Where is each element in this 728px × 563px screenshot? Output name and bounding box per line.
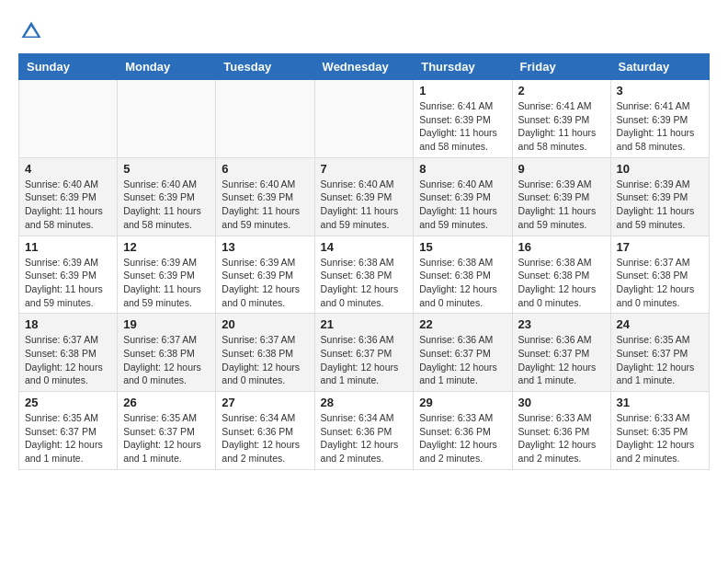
week-row-1: 1Sunrise: 6:41 AMSunset: 6:39 PMDaylight… bbox=[19, 80, 710, 158]
day-number: 9 bbox=[518, 162, 605, 176]
day-number: 30 bbox=[518, 396, 605, 409]
calendar-cell: 8Sunrise: 6:40 AMSunset: 6:39 PMDaylight… bbox=[414, 157, 512, 236]
day-info: Sunrise: 6:34 AMSunset: 6:36 PMDaylight:… bbox=[222, 411, 308, 465]
day-number: 10 bbox=[617, 162, 703, 176]
weekday-header-wednesday: Wednesday bbox=[314, 54, 414, 80]
day-number: 19 bbox=[123, 317, 210, 331]
week-row-5: 25Sunrise: 6:35 AMSunset: 6:37 PMDayligh… bbox=[19, 392, 710, 470]
day-info: Sunrise: 6:36 AMSunset: 6:37 PMDaylight:… bbox=[518, 333, 605, 387]
calendar-cell bbox=[314, 80, 414, 158]
day-number: 4 bbox=[25, 162, 111, 176]
day-number: 21 bbox=[321, 317, 408, 331]
day-info: Sunrise: 6:38 AMSunset: 6:38 PMDaylight:… bbox=[419, 256, 506, 310]
day-info: Sunrise: 6:41 AMSunset: 6:39 PMDaylight:… bbox=[419, 99, 506, 154]
day-number: 5 bbox=[123, 162, 210, 176]
calendar-cell: 24Sunrise: 6:35 AMSunset: 6:37 PMDayligh… bbox=[610, 314, 709, 392]
calendar-cell: 14Sunrise: 6:38 AMSunset: 6:38 PMDayligh… bbox=[314, 236, 414, 314]
day-info: Sunrise: 6:33 AMSunset: 6:36 PMDaylight:… bbox=[518, 411, 605, 465]
calendar-table: SundayMondayTuesdayWednesdayThursdayFrid… bbox=[18, 53, 710, 470]
calendar-cell: 28Sunrise: 6:34 AMSunset: 6:36 PMDayligh… bbox=[314, 392, 414, 470]
day-info: Sunrise: 6:40 AMSunset: 6:39 PMDaylight:… bbox=[222, 178, 308, 232]
calendar-cell: 2Sunrise: 6:41 AMSunset: 6:39 PMDaylight… bbox=[512, 80, 610, 158]
calendar-cell bbox=[216, 80, 314, 158]
calendar-cell: 22Sunrise: 6:36 AMSunset: 6:37 PMDayligh… bbox=[414, 314, 512, 392]
calendar-cell: 3Sunrise: 6:41 AMSunset: 6:39 PMDaylight… bbox=[610, 80, 709, 158]
day-number: 2 bbox=[518, 84, 605, 98]
calendar-cell: 30Sunrise: 6:33 AMSunset: 6:36 PMDayligh… bbox=[512, 392, 610, 470]
day-info: Sunrise: 6:35 AMSunset: 6:37 PMDaylight:… bbox=[123, 411, 210, 465]
calendar-cell: 18Sunrise: 6:37 AMSunset: 6:38 PMDayligh… bbox=[19, 314, 118, 392]
day-info: Sunrise: 6:39 AMSunset: 6:39 PMDaylight:… bbox=[25, 256, 111, 310]
weekday-header-row: SundayMondayTuesdayWednesdayThursdayFrid… bbox=[19, 54, 710, 80]
weekday-header-friday: Friday bbox=[512, 54, 610, 80]
day-number: 29 bbox=[419, 396, 506, 409]
day-info: Sunrise: 6:36 AMSunset: 6:37 PMDaylight:… bbox=[419, 333, 506, 387]
calendar-cell: 4Sunrise: 6:40 AMSunset: 6:39 PMDaylight… bbox=[19, 157, 118, 236]
calendar-cell bbox=[118, 80, 216, 158]
day-number: 31 bbox=[617, 396, 703, 409]
day-info: Sunrise: 6:37 AMSunset: 6:38 PMDaylight:… bbox=[222, 333, 308, 387]
day-info: Sunrise: 6:37 AMSunset: 6:38 PMDaylight:… bbox=[25, 333, 111, 387]
day-number: 20 bbox=[222, 317, 308, 331]
calendar-cell: 10Sunrise: 6:39 AMSunset: 6:39 PMDayligh… bbox=[610, 157, 709, 236]
day-info: Sunrise: 6:34 AMSunset: 6:36 PMDaylight:… bbox=[321, 411, 408, 465]
calendar-cell: 27Sunrise: 6:34 AMSunset: 6:36 PMDayligh… bbox=[216, 392, 314, 470]
calendar-cell: 1Sunrise: 6:41 AMSunset: 6:39 PMDaylight… bbox=[414, 80, 512, 158]
weekday-header-sunday: Sunday bbox=[19, 54, 118, 80]
calendar-cell: 12Sunrise: 6:39 AMSunset: 6:39 PMDayligh… bbox=[118, 236, 216, 314]
day-number: 11 bbox=[25, 240, 111, 254]
day-number: 25 bbox=[25, 396, 111, 409]
day-number: 18 bbox=[25, 317, 111, 331]
calendar-cell: 13Sunrise: 6:39 AMSunset: 6:39 PMDayligh… bbox=[216, 236, 314, 314]
day-info: Sunrise: 6:40 AMSunset: 6:39 PMDaylight:… bbox=[123, 178, 210, 232]
calendar-cell: 21Sunrise: 6:36 AMSunset: 6:37 PMDayligh… bbox=[314, 314, 414, 392]
calendar-cell: 26Sunrise: 6:35 AMSunset: 6:37 PMDayligh… bbox=[118, 392, 216, 470]
day-number: 7 bbox=[321, 162, 408, 176]
calendar-cell bbox=[19, 80, 118, 158]
day-number: 13 bbox=[222, 240, 308, 254]
day-info: Sunrise: 6:39 AMSunset: 6:39 PMDaylight:… bbox=[222, 256, 308, 310]
day-info: Sunrise: 6:39 AMSunset: 6:39 PMDaylight:… bbox=[617, 178, 703, 232]
day-number: 27 bbox=[222, 396, 308, 409]
calendar-cell: 11Sunrise: 6:39 AMSunset: 6:39 PMDayligh… bbox=[19, 236, 118, 314]
day-info: Sunrise: 6:40 AMSunset: 6:39 PMDaylight:… bbox=[25, 178, 111, 232]
day-number: 8 bbox=[419, 162, 506, 176]
calendar-cell: 15Sunrise: 6:38 AMSunset: 6:38 PMDayligh… bbox=[414, 236, 512, 314]
day-info: Sunrise: 6:41 AMSunset: 6:39 PMDaylight:… bbox=[617, 99, 703, 154]
day-number: 6 bbox=[222, 162, 308, 176]
week-row-2: 4Sunrise: 6:40 AMSunset: 6:39 PMDaylight… bbox=[19, 157, 710, 236]
day-number: 28 bbox=[321, 396, 408, 409]
day-number: 23 bbox=[518, 317, 605, 331]
day-info: Sunrise: 6:36 AMSunset: 6:37 PMDaylight:… bbox=[321, 333, 408, 387]
day-info: Sunrise: 6:35 AMSunset: 6:37 PMDaylight:… bbox=[617, 333, 703, 387]
calendar-cell: 7Sunrise: 6:40 AMSunset: 6:39 PMDaylight… bbox=[314, 157, 414, 236]
week-row-3: 11Sunrise: 6:39 AMSunset: 6:39 PMDayligh… bbox=[19, 236, 710, 314]
calendar-cell: 16Sunrise: 6:38 AMSunset: 6:38 PMDayligh… bbox=[512, 236, 610, 314]
week-row-4: 18Sunrise: 6:37 AMSunset: 6:38 PMDayligh… bbox=[19, 314, 710, 392]
day-number: 24 bbox=[617, 317, 703, 331]
weekday-header-thursday: Thursday bbox=[414, 54, 512, 80]
weekday-header-saturday: Saturday bbox=[610, 54, 709, 80]
day-number: 22 bbox=[419, 317, 506, 331]
day-info: Sunrise: 6:39 AMSunset: 6:39 PMDaylight:… bbox=[518, 178, 605, 232]
day-info: Sunrise: 6:35 AMSunset: 6:37 PMDaylight:… bbox=[25, 411, 111, 465]
day-info: Sunrise: 6:40 AMSunset: 6:39 PMDaylight:… bbox=[321, 178, 408, 232]
day-number: 16 bbox=[518, 240, 605, 254]
day-number: 3 bbox=[617, 84, 703, 98]
day-info: Sunrise: 6:38 AMSunset: 6:38 PMDaylight:… bbox=[321, 256, 408, 310]
logo-icon bbox=[18, 18, 44, 44]
day-number: 14 bbox=[321, 240, 408, 254]
calendar-cell: 29Sunrise: 6:33 AMSunset: 6:36 PMDayligh… bbox=[414, 392, 512, 470]
day-info: Sunrise: 6:39 AMSunset: 6:39 PMDaylight:… bbox=[123, 256, 210, 310]
day-number: 12 bbox=[123, 240, 210, 254]
day-info: Sunrise: 6:37 AMSunset: 6:38 PMDaylight:… bbox=[123, 333, 210, 387]
day-number: 17 bbox=[617, 240, 703, 254]
day-info: Sunrise: 6:33 AMSunset: 6:36 PMDaylight:… bbox=[419, 411, 506, 465]
day-number: 15 bbox=[419, 240, 506, 254]
page-header bbox=[18, 18, 710, 44]
day-info: Sunrise: 6:33 AMSunset: 6:35 PMDaylight:… bbox=[617, 411, 703, 465]
calendar-cell: 17Sunrise: 6:37 AMSunset: 6:38 PMDayligh… bbox=[610, 236, 709, 314]
calendar-cell: 31Sunrise: 6:33 AMSunset: 6:35 PMDayligh… bbox=[610, 392, 709, 470]
day-info: Sunrise: 6:41 AMSunset: 6:39 PMDaylight:… bbox=[518, 99, 605, 154]
calendar-cell: 20Sunrise: 6:37 AMSunset: 6:38 PMDayligh… bbox=[216, 314, 314, 392]
